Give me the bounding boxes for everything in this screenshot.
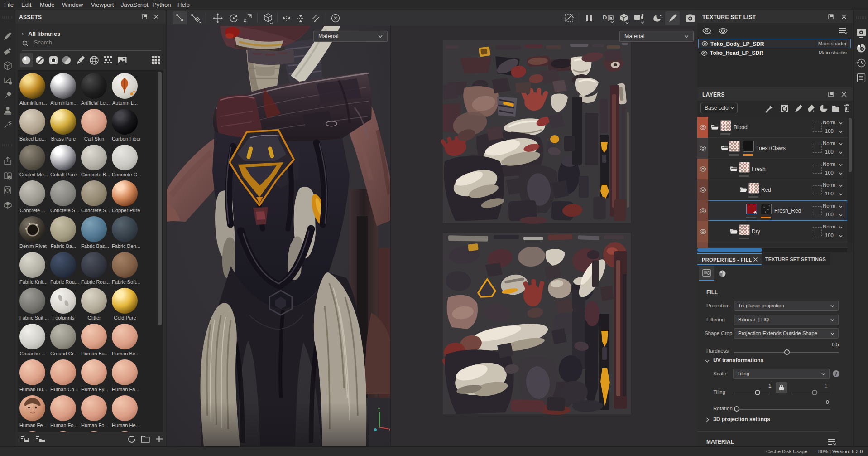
svg-text:D: D [603, 14, 607, 21]
svg-text:1: 1 [722, 29, 724, 33]
svg-text:Y: Y [378, 407, 380, 412]
